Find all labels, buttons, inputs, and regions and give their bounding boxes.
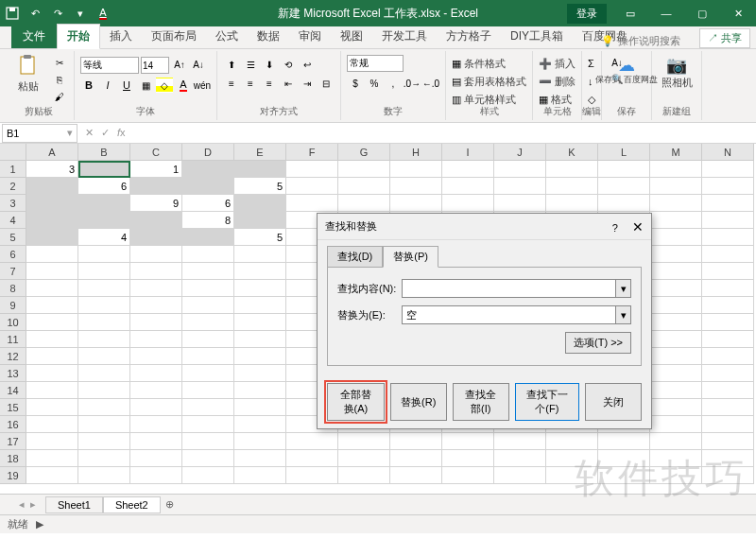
cell-C4[interactable] [130,212,182,229]
cell-G1[interactable] [338,161,390,178]
cell-K1[interactable] [546,161,598,178]
cell-D17[interactable] [182,433,234,450]
cell-N15[interactable] [702,399,754,416]
row-header-18[interactable]: 18 [0,450,26,467]
replace-dropdown-icon[interactable]: ▾ [616,305,631,324]
cell-H3[interactable] [390,195,442,212]
cell-L3[interactable] [598,195,650,212]
bold-button[interactable]: B [80,78,97,93]
cell-B11[interactable] [78,331,130,348]
cell-F17[interactable] [286,433,338,450]
indent-right-icon[interactable]: ⇥ [299,76,316,91]
percent-icon[interactable]: % [366,76,383,91]
cell-D4[interactable]: 8 [182,212,234,229]
col-header-L[interactable]: L [598,144,650,161]
cell-M2[interactable] [650,178,702,195]
border-icon[interactable]: ▦ [137,78,154,93]
cell-D3[interactable]: 6 [182,195,234,212]
underline-button[interactable]: U [118,78,135,93]
font-color-icon[interactable]: A [94,5,112,22]
fill-button[interactable]: ↓ [588,73,593,90]
cell-M9[interactable] [650,297,702,314]
currency-icon[interactable]: $ [347,76,364,91]
decrease-decimal-icon[interactable]: ←.0 [422,76,439,91]
minimize-icon[interactable]: — [648,0,684,26]
add-sheet-icon[interactable]: ⊕ [161,498,180,511]
cell-M15[interactable] [650,399,702,416]
sheet-nav-next-icon[interactable]: ▸ [30,498,36,511]
cell-D1[interactable] [182,161,234,178]
cell-B13[interactable] [78,365,130,382]
cell-H19[interactable] [390,467,442,484]
cell-I18[interactable] [442,450,494,467]
cell-A6[interactable] [26,246,78,263]
cell-A15[interactable] [26,399,78,416]
cell-N7[interactable] [702,263,754,280]
qat-more-icon[interactable]: ▾ [72,5,89,22]
cell-K2[interactable] [546,178,598,195]
cell-N4[interactable] [702,212,754,229]
number-format-select[interactable] [347,55,404,72]
cell-M12[interactable] [650,348,702,365]
cell-K18[interactable] [546,450,598,467]
close-icon[interactable]: ✕ [720,0,756,26]
cell-B18[interactable] [78,450,130,467]
orientation-icon[interactable]: ⟲ [280,57,297,72]
tab-file[interactable]: 文件 [11,25,57,48]
cell-D5[interactable] [182,229,234,246]
select-all-corner[interactable] [0,144,26,161]
insert-cells-button[interactable]: ➕插入 [539,55,576,72]
replace-button[interactable]: 替换(R) [390,383,447,421]
cell-A14[interactable] [26,382,78,399]
copy-icon[interactable]: ⎘ [51,72,68,87]
col-header-J[interactable]: J [494,144,546,161]
cell-C8[interactable] [130,280,182,297]
cell-N17[interactable] [702,433,754,450]
align-left-icon[interactable]: ≡ [223,76,240,91]
cell-F1[interactable] [286,161,338,178]
cell-D13[interactable] [182,365,234,382]
cell-G18[interactable] [338,450,390,467]
cell-N5[interactable] [702,229,754,246]
col-header-G[interactable]: G [338,144,390,161]
fill-color-icon[interactable]: ◇ [156,78,173,93]
row-header-12[interactable]: 12 [0,348,26,365]
row-header-1[interactable]: 1 [0,161,26,178]
cell-J1[interactable] [494,161,546,178]
cell-I1[interactable] [442,161,494,178]
find-input[interactable] [402,279,616,298]
cell-D6[interactable] [182,246,234,263]
cell-I17[interactable] [442,433,494,450]
cell-E5[interactable]: 5 [234,229,286,246]
conditional-format-button[interactable]: ▦条件格式 [452,55,506,72]
share-button[interactable]: ↗ 共享 [699,28,750,48]
cell-N10[interactable] [702,314,754,331]
find-all-button[interactable]: 查找全部(I) [453,383,509,421]
camera-button[interactable]: 📷 照相机 [658,55,696,90]
cell-E6[interactable] [234,246,286,263]
cell-C12[interactable] [130,348,182,365]
cell-E11[interactable] [234,331,286,348]
cell-A8[interactable] [26,280,78,297]
undo-icon[interactable]: ↶ [26,5,43,22]
cell-F18[interactable] [286,450,338,467]
cell-J18[interactable] [494,450,546,467]
row-header-16[interactable]: 16 [0,416,26,433]
tab-data[interactable]: 数据 [248,25,289,48]
cell-C15[interactable] [130,399,182,416]
cell-C5[interactable] [130,229,182,246]
tab-view[interactable]: 视图 [331,25,372,48]
dialog-close-icon[interactable]: ✕ [632,219,644,235]
cell-H18[interactable] [390,450,442,467]
cell-M18[interactable] [650,450,702,467]
cell-A16[interactable] [26,416,78,433]
tell-me-search[interactable]: 💡 操作说明搜索 [601,34,680,48]
wrap-text-icon[interactable]: ↩ [299,57,316,72]
sheet-tab-1[interactable]: Sheet1 [45,496,103,513]
cell-M14[interactable] [650,382,702,399]
align-middle-icon[interactable]: ☰ [242,57,259,72]
row-header-7[interactable]: 7 [0,263,26,280]
font-name-select[interactable] [80,57,139,74]
cell-B16[interactable] [78,416,130,433]
cell-A17[interactable] [26,433,78,450]
